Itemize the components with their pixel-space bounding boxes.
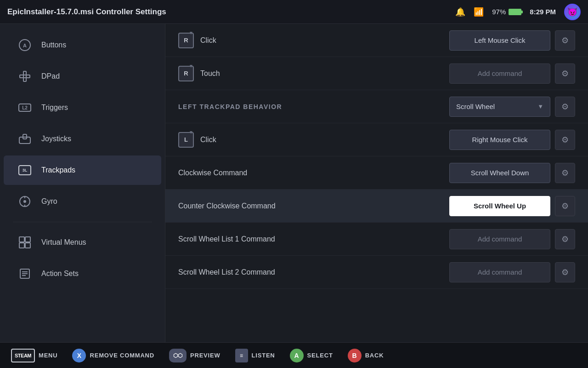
notification-icon[interactable]: 🔔 [455,7,465,17]
trackpad-behavior-gear[interactable]: ⚙ [555,97,575,117]
sidebar-item-action-sets[interactable]: Action Sets [4,259,161,288]
scroll-list-2-gear[interactable]: ⚙ [555,262,575,282]
buttons-label: Buttons [41,41,66,49]
preview-btn[interactable]: ⬡⬡ PREVIEW [169,349,220,362]
battery-pct: 97% [492,8,506,16]
svg-point-11 [23,200,26,203]
sidebar-item-gyro[interactable]: Gyro [4,187,161,216]
virtual-menus-label: Virtual Menus [41,238,86,247]
content-area: R ▼ Click Left Mouse Click ⚙ R ▼ Touch [165,24,588,342]
preview-label: PREVIEW [190,352,220,359]
x-badge: X [72,349,86,362]
select-btn[interactable]: A SELECT [290,349,333,362]
top-bar-right: 🔔 📶 97% 8:29 PM 😈 [455,4,581,20]
sidebar-item-virtual-menus[interactable]: Virtual Menus [4,228,161,257]
badge-arrow: ▼ [189,30,193,35]
scroll-list-1-right: Add command ⚙ [449,229,575,249]
dpad-icon [17,68,33,85]
x-label: X [77,352,81,359]
steam-badge: STEAM [11,349,35,362]
menu-label: MENU [39,352,57,359]
svg-rect-3 [20,75,30,78]
battery-status: 97% [492,8,521,16]
bottom-bar: STEAM MENU X REMOVE COMMAND ⬡⬡ PREVIEW ≡… [0,342,588,368]
gyro-icon [17,193,33,210]
sidebar-item-dpad[interactable]: DPad [4,62,161,91]
avatar-emoji: 😈 [567,7,577,17]
back-btn[interactable]: B BACK [348,349,384,362]
remove-command-btn[interactable]: X REMOVE COMMAND [72,349,154,362]
buttons-icon: A [17,37,33,53]
avatar[interactable]: 😈 [564,4,581,20]
row-scroll-list-1: Scroll Wheel List 1 Command Add command … [165,223,588,256]
sidebar-item-joysticks[interactable]: Joysticks [4,124,161,154]
counter-clockwise-command-btn[interactable]: Scroll Wheel Up [449,196,550,216]
r-badge: R ▼ [178,33,194,48]
click-top-command[interactable]: Left Mouse Click [449,30,550,51]
row-counter-clockwise: Counter Clockwise Command Scroll Wheel U… [165,190,588,223]
top-bar: EpicInstaller-15.7.0.msi Controller Sett… [0,0,588,24]
sidebar-divider [13,222,152,222]
gyro-label: Gyro [41,197,57,206]
battery-icon [509,9,521,15]
steam-label: STEAM [15,353,31,358]
triggers-label: Triggers [41,104,68,112]
row-touch: R ▼ Touch Add command ⚙ [165,57,588,90]
svg-text:A: A [23,43,27,48]
counter-clockwise-right: Scroll Wheel Up ⚙ [449,196,575,216]
click-top-gear[interactable]: ⚙ [555,30,575,51]
click-row-label: L ▼ Click [178,132,449,148]
clockwise-command-btn[interactable]: Scroll Wheel Down [449,163,550,183]
scroll-list-1-command-btn[interactable]: Add command [449,229,550,249]
touch-command[interactable]: Add command [449,63,550,84]
svg-text:L2: L2 [22,105,28,110]
a-label: A [294,352,299,359]
dpad-label: DPad [41,72,60,80]
behavior-dropdown[interactable]: Scroll Wheel ▼ [449,97,550,117]
svg-rect-15 [25,237,30,242]
svg-text:3L: 3L [23,168,28,172]
counter-clockwise-gear[interactable]: ⚙ [555,196,575,216]
click-top-label: R ▼ Click [178,33,449,48]
badge-arrow-touch: ▼ [189,63,193,69]
clockwise-gear[interactable]: ⚙ [555,163,575,183]
sidebar: A Buttons DPad L2 Triggers Joysticks 3L [0,24,165,342]
l-badge-arrow: ▼ [189,130,193,135]
trackpads-icon: 3L [17,162,33,178]
select-label: SELECT [307,352,333,359]
row-scroll-list-2: Scroll Wheel List 2 Command Add command … [165,256,588,289]
action-sets-icon [17,265,33,282]
scroll-list-2-label: Scroll Wheel List 2 Command [178,268,449,276]
chevron-down-icon: ▼ [537,103,543,110]
scroll-list-2-command-btn[interactable]: Add command [449,262,550,282]
scroll-list-1-gear[interactable]: ⚙ [555,229,575,249]
scroll-list-2-right: Add command ⚙ [449,262,575,282]
action-sets-label: Action Sets [41,270,79,278]
listen-label: LISTEN [252,352,275,359]
touch-gear[interactable]: ⚙ [555,63,575,84]
triggers-icon: L2 [17,99,33,116]
row-click: L ▼ Click Right Mouse Click ⚙ [165,123,588,156]
behavior-value: Scroll Wheel [456,103,495,110]
clock: 8:29 PM [530,8,556,16]
sidebar-item-triggers[interactable]: L2 Triggers [4,93,161,122]
svg-rect-17 [25,243,30,248]
preview-badge: ⬡⬡ [169,349,187,362]
sidebar-item-trackpads[interactable]: 3L Trackpads [4,155,161,185]
clockwise-label: Clockwise Command [178,169,449,177]
scroll-list-1-label: Scroll Wheel List 1 Command [178,235,449,243]
steam-menu-btn[interactable]: STEAM MENU [11,349,57,362]
click-row-gear[interactable]: ⚙ [555,130,575,150]
a-badge: A [290,349,304,362]
touch-text: Touch [200,69,220,78]
sidebar-item-buttons[interactable]: A Buttons [4,30,161,60]
wifi-icon: 📶 [474,7,484,17]
clockwise-right: Scroll Wheel Down ⚙ [449,163,575,183]
svg-rect-6 [19,137,30,144]
row-click-top: R ▼ Click Left Mouse Click ⚙ [165,24,588,57]
click-row-right: Right Mouse Click ⚙ [449,130,575,150]
click-command-btn[interactable]: Right Mouse Click [449,130,550,150]
svg-rect-14 [19,237,24,242]
touch-label: R ▼ Touch [178,66,449,81]
listen-btn[interactable]: ≡ LISTEN [235,349,275,362]
